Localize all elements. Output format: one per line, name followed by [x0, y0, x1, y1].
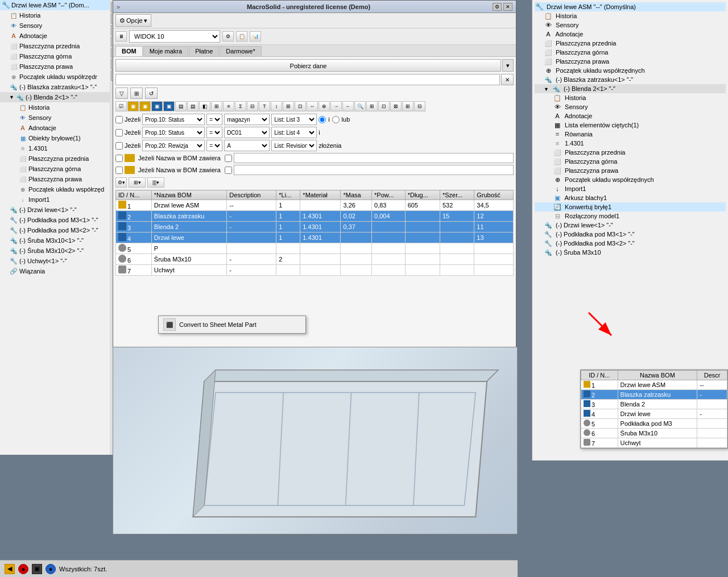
table-cols-btn[interactable]: |||▾ [147, 177, 164, 188]
r-tree-import[interactable]: ↓ Import1 [535, 184, 726, 193]
tool-25[interactable]: ⊟ [414, 101, 425, 111]
refresh-icon-btn[interactable]: ↺ [145, 88, 158, 99]
tree-item-sensory[interactable]: 👁 Sensory [0, 20, 110, 31]
tree-item-podkladka2[interactable]: 🔧 (-) Podkładka pod M3<2> "-" [0, 225, 110, 235]
tree-item-sensory2[interactable]: 👁 Sensory [0, 113, 110, 123]
filter-check-3[interactable] [115, 142, 123, 150]
r-tree-konwertuj[interactable]: 🔄 Konwertuj bryłę1 [535, 202, 726, 211]
rbom-row-7[interactable]: 7 Uchwyt [581, 438, 727, 448]
tool-8[interactable]: ⊞ [211, 101, 222, 111]
filter-prop-3[interactable]: Prop.20: Rewizja [142, 140, 205, 151]
tree-item-plane-r[interactable]: ⬜ Płaszczyzna prawa [0, 174, 110, 184]
tool-1[interactable]: ▣ [127, 101, 139, 111]
tool-15[interactable]: ⊡ [295, 101, 306, 111]
tree-item-uchwyt[interactable]: 🔧 (-) Uchwyt<1> "-" [0, 256, 110, 266]
opcje-button[interactable]: ⚙ Opcje ▾ [115, 14, 151, 27]
table-row[interactable]: 7 Uchwyt - [116, 265, 514, 276]
radio-lub-1[interactable] [332, 116, 340, 123]
table-row[interactable]: 1 Drzwi lewe ASM -- 1 3,26 0,83 605 532 … [116, 200, 514, 211]
search-input[interactable] [115, 74, 500, 85]
filter-val-3[interactable]: A [224, 140, 270, 151]
tab-bom[interactable]: BOM [115, 46, 143, 56]
tree-item-sruba1[interactable]: 🔩 (-) Śruba M3x10<1> "-" [0, 235, 110, 246]
tab-moje-makra[interactable]: Moje makra [143, 46, 188, 56]
rbom-row-1[interactable]: 1 Drzwi lewe ASM -- [581, 380, 727, 390]
table-row[interactable]: 5 P [116, 243, 514, 254]
tree-item-adnotacje[interactable]: A Adnotacje [0, 31, 110, 41]
r-tree-podkladka1[interactable]: 🔧 (-) Podkładka pod M3<1> "-" [535, 230, 726, 239]
filter-icon-btn[interactable]: ▽ [115, 88, 128, 99]
tool-17[interactable]: ⊕ [318, 101, 330, 111]
tree-item-adnotacje2[interactable]: A Adnotacje [0, 123, 110, 133]
tree-item-blenda[interactable]: ▼ 🔩 (-) Blenda 2<1> "-" [0, 92, 110, 102]
pobierz-button[interactable]: Pobierz dane [115, 59, 501, 72]
tool-check[interactable]: ☑ [115, 101, 127, 111]
filter-eq-2[interactable]: = [206, 127, 222, 138]
filter-list-3[interactable]: List: Revision [271, 140, 317, 151]
view-settings-btn[interactable]: ⚙ [222, 31, 234, 41]
tree-item-historia2[interactable]: 📋 Historia [0, 102, 110, 113]
search-clear-btn[interactable]: ✕ [501, 74, 514, 85]
tool-18[interactable]: → [330, 101, 342, 111]
table-row[interactable]: 6 Śruba M3x10 - 2 [116, 254, 514, 265]
filter-list-2[interactable]: List: List 4 [271, 127, 317, 138]
pobierz-menu-btn[interactable]: ▾ [502, 59, 514, 72]
filter-check-2[interactable] [115, 129, 123, 136]
tree-item-plane-p[interactable]: ⬜ Płaszczyzna przednia [0, 153, 110, 164]
r-tree-sensory2[interactable]: 👁 Sensory [535, 102, 726, 111]
table-row[interactable]: 2 Blaszka zatrzasku - 1 1.4301 0,02 0,00… [116, 211, 514, 222]
table-row[interactable]: 3 Blenda 2 - 1 1.4301 0,37 11 [116, 222, 514, 233]
tree-item-import[interactable]: ↓ Import1 [0, 194, 110, 205]
table-settings-btn[interactable]: ⚙▾ [115, 177, 127, 188]
tree-item-sruba2[interactable]: 🔩 (-) Śruba M3x10<2> "-" [0, 246, 110, 256]
name-check-2[interactable] [115, 167, 123, 174]
r-tree-historia2[interactable]: 📋 Historia [535, 93, 726, 102]
name-check-inner-1[interactable] [225, 155, 232, 162]
r-tree-lista[interactable]: ▦ Lista elementów ciętych(1) [535, 121, 726, 130]
name-check-1[interactable] [115, 155, 123, 162]
rbom-row-4[interactable]: 4 Drzwi lewe - [581, 409, 727, 419]
r-tree-blaszka[interactable]: 🔩 (-) Blaszka zatrzasku<1> "-" [535, 75, 726, 84]
monitor-icon-btn[interactable]: 🖥 [115, 31, 127, 41]
filter-prop-1[interactable]: Prop.10: Status [142, 114, 205, 125]
table-grid-btn[interactable]: ⊞▾ [129, 177, 146, 188]
tool-24[interactable]: ⊞ [402, 101, 413, 111]
r-tree-drzwi[interactable]: 🔩 (-) Drzwi lewe<1> "-" [535, 221, 726, 230]
tab-darmowe[interactable]: Darmowe* [220, 46, 261, 56]
tool-21[interactable]: ⊞ [366, 101, 378, 111]
r-tree-plane2[interactable]: ⬜ Płaszczyzna górna [535, 48, 726, 57]
tree-item-drzwi[interactable]: 🔩 (-) Drzwi lewe<1> "-" [0, 205, 110, 215]
view-dropdown[interactable]: WIDOK 10 [129, 30, 220, 43]
rbom-row-6[interactable]: 6 Śruba M3x10 [581, 429, 727, 438]
radio-i-1[interactable] [318, 116, 326, 123]
r-tree-plane-p[interactable]: ⬜ Płaszczyzna przednia [535, 148, 726, 157]
tool-22[interactable]: ⊡ [378, 101, 390, 111]
r-tree-adnotacje[interactable]: A Adnotacje [535, 30, 726, 39]
r-tree-plane-r[interactable]: ⬜ Płaszczyzna prawa [535, 166, 726, 175]
r-tree-blenda[interactable]: ▼ 🔩 (-) Blenda 2<1> "-" [535, 84, 726, 93]
tool-12[interactable]: T [259, 101, 270, 111]
r-tree-adnotacje2[interactable]: A Adnotacje [535, 111, 726, 121]
tool-13[interactable]: ↕ [271, 101, 282, 111]
filter-prop-2[interactable]: Prop.10: Status [142, 127, 205, 138]
tool-20[interactable]: 🔍 [354, 101, 366, 111]
filter-val-1[interactable]: magazyn [224, 114, 270, 125]
tool-7[interactable]: ◧ [199, 101, 210, 111]
tree-item-root[interactable]: 🔧 Drzwi lewe ASM "--" (Dom... [0, 0, 110, 10]
tree-item-wiazania[interactable]: 🔗 Wiązania [0, 266, 110, 276]
tree-item-origin2[interactable]: ⊕ Początek układu współrzęd [0, 184, 110, 194]
tool-3[interactable]: ▣ [151, 101, 163, 111]
r-tree-podkladka2[interactable]: 🔧 (-) Podkładka pod M3<2> "-" [535, 239, 726, 248]
tool-19[interactable]: ← [342, 101, 354, 111]
tab-platne[interactable]: Płatne [189, 46, 219, 56]
tool-4[interactable]: ▣ [163, 101, 175, 111]
filter-list-1[interactable]: List: List 3 [271, 114, 317, 125]
tree-item-historia[interactable]: 📋 Historia [0, 10, 110, 20]
r-tree-sensory[interactable]: 👁 Sensory [535, 20, 726, 30]
name-check-inner-2[interactable] [225, 167, 232, 174]
tree-item-origin[interactable]: ⊕ Początek układu współrzędr [0, 72, 110, 82]
r-tree-origin2[interactable]: ⊕ Początek układu współrzędnych [535, 175, 726, 184]
view-btn2[interactable]: 📋 [236, 31, 247, 41]
tool-5[interactable]: ▤ [175, 101, 187, 111]
tree-item-blaszka[interactable]: 🔩 (-) Blaszka zatrzasku<1> "-" [0, 82, 110, 92]
